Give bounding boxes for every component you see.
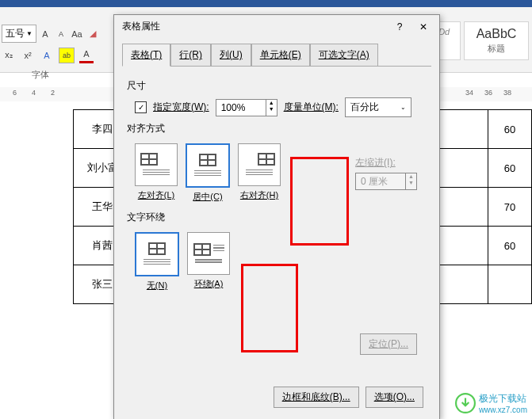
wrap-around-icon	[193, 243, 211, 256]
specify-width-checkbox[interactable]: ✓	[135, 101, 147, 113]
table-align-center-icon	[199, 154, 216, 166]
dialog-tabs: 表格(T) 行(R) 列(U) 单元格(E) 可选文字(A)	[114, 38, 439, 66]
style-heading[interactable]: AaBbC 标题	[464, 21, 529, 60]
table-align-left-icon	[140, 153, 158, 166]
wrap-around-label: 环绕(A)	[187, 278, 230, 290]
tab-table[interactable]: 表格(T)	[122, 44, 170, 67]
watermark: 极光下载站 www.xz7.com	[455, 392, 527, 414]
highlight-button[interactable]: ab	[59, 48, 75, 63]
wrap-section-label: 文字环绕	[127, 211, 427, 224]
grow-font-button[interactable]: A	[38, 27, 52, 41]
indent-label: 左缩进(I):	[355, 156, 417, 170]
align-center-label: 居中(C)	[186, 191, 230, 203]
wrap-none-label: 无(N)	[135, 280, 179, 291]
ribbon-group-label: 字体	[32, 69, 49, 81]
font-size-value: 五号	[6, 27, 25, 40]
unit-select[interactable]: 百分比 ⌄	[345, 97, 411, 117]
tab-cell[interactable]: 单元格(E)	[251, 44, 310, 67]
wrap-around-option[interactable]	[187, 232, 230, 275]
specify-width-label: 指定宽度(W):	[153, 101, 209, 114]
size-section-label: 尺寸	[127, 79, 427, 93]
options-button[interactable]: 选项(O)...	[366, 387, 423, 408]
tab-alt-text[interactable]: 可选文字(A)	[310, 44, 378, 67]
chevron-down-icon: ⌄	[400, 104, 406, 111]
indent-input	[356, 173, 405, 189]
tab-column[interactable]: 列(U)	[211, 44, 251, 67]
help-button[interactable]: ?	[392, 21, 408, 32]
superscript-button[interactable]: x²	[21, 48, 35, 63]
border-shading-button[interactable]: 边框和底纹(B)...	[274, 387, 359, 408]
subscript-button[interactable]: x₂	[2, 48, 16, 63]
table-align-right-icon	[258, 153, 275, 166]
indent-spinner: ▲▼	[355, 173, 417, 190]
spin-down-icon: ▼	[406, 180, 416, 186]
unit-label: 度量单位(M):	[284, 101, 339, 114]
wrap-none-option[interactable]	[135, 232, 179, 276]
alignment-section-label: 对齐方式	[127, 122, 427, 135]
close-button[interactable]: ✕	[415, 21, 431, 32]
spin-up-icon[interactable]: ▲	[266, 100, 277, 106]
align-center-option[interactable]	[186, 143, 230, 188]
download-icon	[455, 393, 476, 413]
change-case-button[interactable]: Aa	[70, 27, 84, 41]
clear-formatting-icon[interactable]: ◢	[86, 27, 100, 41]
spin-down-icon[interactable]: ▼	[266, 106, 277, 112]
dialog-title: 表格属性	[122, 20, 160, 33]
align-left-label: 左对齐(L)	[135, 189, 178, 201]
table-properties-dialog: 表格属性 ? ✕ 表格(T) 行(R) 列(U) 单元格(E) 可选文字(A) …	[113, 14, 440, 419]
text-effects-button[interactable]: A	[40, 48, 54, 63]
width-input[interactable]	[216, 100, 266, 116]
tab-row[interactable]: 行(R)	[170, 44, 211, 67]
font-size-combo[interactable]: 五号 ▼	[2, 25, 36, 43]
font-color-button[interactable]: A	[79, 47, 94, 63]
align-right-option[interactable]	[238, 143, 281, 186]
locate-button: 定位(P)...	[360, 333, 417, 355]
chevron-down-icon: ▼	[26, 30, 33, 37]
shrink-font-button[interactable]: A	[54, 27, 68, 41]
align-right-label: 右对齐(H)	[238, 189, 281, 201]
wrap-none-icon	[148, 242, 166, 255]
spin-up-icon: ▲	[406, 173, 416, 180]
align-left-option[interactable]	[135, 143, 178, 186]
width-spinner[interactable]: ▲▼	[216, 99, 277, 116]
